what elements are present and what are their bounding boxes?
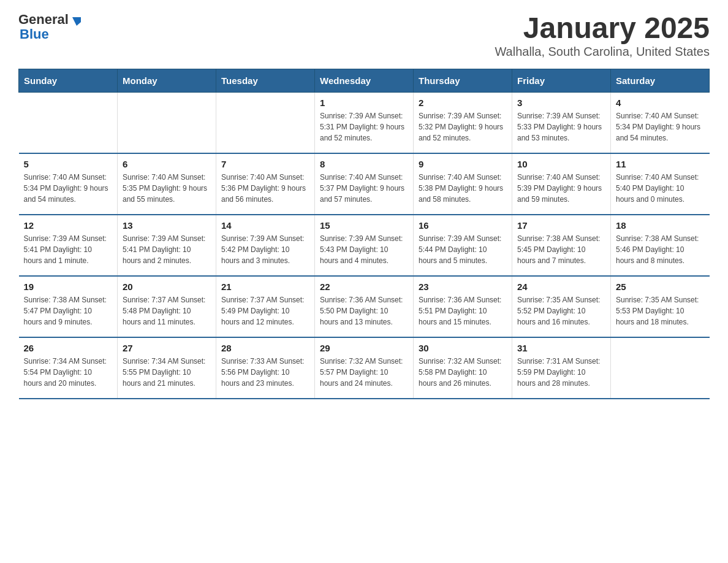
- calendar-table: SundayMondayTuesdayWednesdayThursdayFrid…: [18, 69, 710, 400]
- logo-blue-text: Blue: [20, 27, 83, 42]
- calendar-cell: 6Sunrise: 7:40 AM Sunset: 5:35 PM Daylig…: [118, 153, 216, 215]
- day-info: Sunrise: 7:39 AM Sunset: 5:41 PM Dayligh…: [24, 233, 113, 266]
- calendar-cell: 18Sunrise: 7:38 AM Sunset: 5:46 PM Dayli…: [611, 215, 710, 276]
- calendar-cell: 9Sunrise: 7:40 AM Sunset: 5:38 PM Daylig…: [414, 153, 512, 215]
- header-tuesday: Tuesday: [216, 69, 315, 92]
- calendar-cell: [216, 92, 315, 153]
- calendar-cell: 3Sunrise: 7:39 AM Sunset: 5:33 PM Daylig…: [512, 92, 611, 153]
- day-number: 23: [419, 282, 507, 292]
- day-info: Sunrise: 7:33 AM Sunset: 5:56 PM Dayligh…: [221, 356, 309, 389]
- calendar-cell: 25Sunrise: 7:35 AM Sunset: 5:53 PM Dayli…: [611, 276, 710, 337]
- day-info: Sunrise: 7:37 AM Sunset: 5:49 PM Dayligh…: [221, 294, 309, 327]
- calendar-header-row: SundayMondayTuesdayWednesdayThursdayFrid…: [19, 69, 710, 92]
- day-number: 13: [123, 220, 211, 231]
- calendar-cell: 24Sunrise: 7:35 AM Sunset: 5:52 PM Dayli…: [512, 276, 611, 337]
- day-number: 21: [221, 282, 309, 292]
- day-number: 11: [616, 159, 705, 169]
- day-info: Sunrise: 7:38 AM Sunset: 5:45 PM Dayligh…: [517, 233, 605, 266]
- title-block: January 2025 Walhalla, South Carolina, U…: [495, 12, 710, 59]
- calendar-cell: 31Sunrise: 7:31 AM Sunset: 5:59 PM Dayli…: [512, 337, 611, 399]
- day-info: Sunrise: 7:40 AM Sunset: 5:37 PM Dayligh…: [320, 172, 408, 205]
- day-info: Sunrise: 7:34 AM Sunset: 5:54 PM Dayligh…: [24, 356, 113, 389]
- calendar-cell: 11Sunrise: 7:40 AM Sunset: 5:40 PM Dayli…: [611, 153, 710, 215]
- location-text: Walhalla, South Carolina, United States: [495, 45, 710, 59]
- calendar-cell: 12Sunrise: 7:39 AM Sunset: 5:41 PM Dayli…: [19, 215, 118, 276]
- calendar-cell: 26Sunrise: 7:34 AM Sunset: 5:54 PM Dayli…: [19, 337, 118, 399]
- header-thursday: Thursday: [414, 69, 512, 92]
- day-number: 14: [221, 220, 309, 231]
- day-info: Sunrise: 7:39 AM Sunset: 5:33 PM Dayligh…: [517, 110, 605, 144]
- day-number: 12: [24, 220, 113, 231]
- day-number: 22: [320, 282, 408, 292]
- calendar-cell: 15Sunrise: 7:39 AM Sunset: 5:43 PM Dayli…: [315, 215, 414, 276]
- day-number: 4: [616, 98, 705, 108]
- calendar-cell: [118, 92, 216, 153]
- day-number: 31: [517, 343, 605, 353]
- day-number: 2: [419, 98, 507, 108]
- header-friday: Friday: [512, 69, 611, 92]
- day-number: 29: [320, 343, 408, 353]
- day-number: 6: [123, 159, 211, 169]
- day-number: 20: [123, 282, 211, 292]
- day-info: Sunrise: 7:40 AM Sunset: 5:36 PM Dayligh…: [221, 172, 309, 205]
- day-number: 30: [419, 343, 507, 353]
- day-number: 15: [320, 220, 408, 231]
- day-number: 7: [221, 159, 309, 169]
- calendar-cell: 28Sunrise: 7:33 AM Sunset: 5:56 PM Dayli…: [216, 337, 315, 399]
- week-row-4: 26Sunrise: 7:34 AM Sunset: 5:54 PM Dayli…: [19, 337, 710, 399]
- day-info: Sunrise: 7:39 AM Sunset: 5:42 PM Dayligh…: [221, 233, 309, 266]
- day-number: 18: [616, 220, 705, 231]
- day-number: 9: [419, 159, 507, 169]
- day-number: 19: [24, 282, 113, 292]
- day-info: Sunrise: 7:38 AM Sunset: 5:46 PM Dayligh…: [616, 233, 705, 266]
- header-monday: Monday: [118, 69, 216, 92]
- day-info: Sunrise: 7:40 AM Sunset: 5:40 PM Dayligh…: [616, 172, 705, 205]
- day-info: Sunrise: 7:37 AM Sunset: 5:48 PM Dayligh…: [123, 294, 211, 327]
- day-info: Sunrise: 7:36 AM Sunset: 5:50 PM Dayligh…: [320, 294, 408, 327]
- day-number: 26: [24, 343, 113, 353]
- day-number: 28: [221, 343, 309, 353]
- logo: General Blue: [18, 12, 83, 42]
- page-header: General Blue January 2025 Walhalla, Sout…: [18, 12, 710, 59]
- calendar-cell: [611, 337, 710, 399]
- day-number: 5: [24, 159, 113, 169]
- day-info: Sunrise: 7:40 AM Sunset: 5:34 PM Dayligh…: [24, 172, 113, 205]
- day-number: 25: [616, 282, 705, 292]
- day-info: Sunrise: 7:40 AM Sunset: 5:38 PM Dayligh…: [419, 172, 507, 205]
- header-saturday: Saturday: [611, 69, 710, 92]
- calendar-cell: 17Sunrise: 7:38 AM Sunset: 5:45 PM Dayli…: [512, 215, 611, 276]
- day-info: Sunrise: 7:40 AM Sunset: 5:39 PM Dayligh…: [517, 172, 605, 205]
- calendar-cell: 21Sunrise: 7:37 AM Sunset: 5:49 PM Dayli…: [216, 276, 315, 337]
- day-info: Sunrise: 7:39 AM Sunset: 5:44 PM Dayligh…: [419, 233, 507, 266]
- logo-arrow-icon: [70, 13, 83, 27]
- calendar-cell: 4Sunrise: 7:40 AM Sunset: 5:34 PM Daylig…: [611, 92, 710, 153]
- week-row-3: 19Sunrise: 7:38 AM Sunset: 5:47 PM Dayli…: [19, 276, 710, 337]
- week-row-1: 5Sunrise: 7:40 AM Sunset: 5:34 PM Daylig…: [19, 153, 710, 215]
- calendar-cell: 1Sunrise: 7:39 AM Sunset: 5:31 PM Daylig…: [315, 92, 414, 153]
- calendar-cell: 2Sunrise: 7:39 AM Sunset: 5:32 PM Daylig…: [414, 92, 512, 153]
- day-info: Sunrise: 7:38 AM Sunset: 5:47 PM Dayligh…: [24, 294, 113, 327]
- day-info: Sunrise: 7:40 AM Sunset: 5:34 PM Dayligh…: [616, 110, 705, 144]
- week-row-0: 1Sunrise: 7:39 AM Sunset: 5:31 PM Daylig…: [19, 92, 710, 153]
- calendar-cell: 7Sunrise: 7:40 AM Sunset: 5:36 PM Daylig…: [216, 153, 315, 215]
- day-number: 8: [320, 159, 408, 169]
- day-number: 27: [123, 343, 211, 353]
- svg-marker-0: [72, 17, 81, 26]
- logo-general-text: General: [18, 12, 69, 27]
- calendar-cell: [19, 92, 118, 153]
- calendar-cell: 10Sunrise: 7:40 AM Sunset: 5:39 PM Dayli…: [512, 153, 611, 215]
- day-info: Sunrise: 7:32 AM Sunset: 5:57 PM Dayligh…: [320, 356, 408, 389]
- calendar-cell: 13Sunrise: 7:39 AM Sunset: 5:41 PM Dayli…: [118, 215, 216, 276]
- day-number: 16: [419, 220, 507, 231]
- calendar-cell: 20Sunrise: 7:37 AM Sunset: 5:48 PM Dayli…: [118, 276, 216, 337]
- day-info: Sunrise: 7:31 AM Sunset: 5:59 PM Dayligh…: [517, 356, 605, 389]
- day-number: 17: [517, 220, 605, 231]
- day-info: Sunrise: 7:39 AM Sunset: 5:43 PM Dayligh…: [320, 233, 408, 266]
- day-number: 3: [517, 98, 605, 108]
- day-info: Sunrise: 7:34 AM Sunset: 5:55 PM Dayligh…: [123, 356, 211, 389]
- day-info: Sunrise: 7:32 AM Sunset: 5:58 PM Dayligh…: [419, 356, 507, 389]
- month-title: January 2025: [495, 12, 710, 45]
- header-sunday: Sunday: [19, 69, 118, 92]
- week-row-2: 12Sunrise: 7:39 AM Sunset: 5:41 PM Dayli…: [19, 215, 710, 276]
- header-wednesday: Wednesday: [315, 69, 414, 92]
